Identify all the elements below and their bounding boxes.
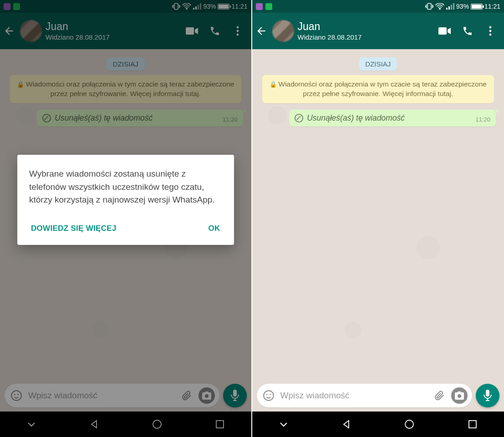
nav-recent[interactable] — [206, 420, 234, 428]
back-button[interactable] — [254, 25, 269, 37]
svg-point-6 — [236, 26, 239, 29]
date-chip: DZISIAJ — [359, 57, 397, 71]
svg-point-27 — [270, 394, 271, 396]
contact-info[interactable]: Juan Widziano 28.08.2017 — [298, 20, 432, 42]
nav-back[interactable] — [81, 420, 108, 429]
screenshot-right: 93% 11:21 Juan Widziano 28.08.2017 DZISI… — [252, 0, 504, 437]
signal-icon — [446, 3, 454, 10]
wifi-icon — [435, 3, 444, 10]
video-call-button[interactable] — [182, 21, 202, 41]
android-nav-bar — [0, 412, 251, 437]
message-time: 11:20 — [475, 116, 490, 123]
svg-rect-16 — [428, 4, 431, 10]
svg-rect-2 — [195, 6, 197, 10]
avatar[interactable] — [272, 20, 294, 42]
nav-home[interactable] — [143, 419, 171, 429]
svg-point-24 — [489, 34, 492, 36]
contact-name: Juan — [298, 20, 432, 33]
more-options-button[interactable] — [228, 21, 248, 41]
status-bar: 93% 11:21 — [252, 0, 504, 13]
avatar[interactable] — [20, 20, 42, 42]
notif-icon-1 — [4, 3, 10, 10]
nav-recent[interactable] — [459, 420, 486, 428]
svg-point-22 — [489, 26, 492, 29]
chat-header: Juan Widziano 28.08.2017 — [252, 13, 504, 49]
dialog-ok-button[interactable]: OK — [206, 220, 222, 237]
svg-rect-13 — [233, 390, 237, 396]
svg-rect-19 — [451, 5, 452, 10]
svg-point-8 — [236, 34, 239, 36]
message-input-container — [257, 384, 473, 407]
attach-icon[interactable] — [432, 390, 447, 401]
svg-rect-17 — [446, 8, 448, 10]
voice-call-button[interactable] — [458, 21, 478, 41]
battery-icon — [471, 4, 483, 10]
android-nav-bar — [252, 412, 504, 437]
message-time: 11:20 — [223, 116, 238, 123]
svg-rect-29 — [486, 390, 489, 396]
deleted-message-text: Usunąłeś(aś) tę wiadomość — [55, 113, 216, 123]
nav-dropdown[interactable] — [18, 422, 45, 427]
message-input[interactable] — [280, 391, 428, 401]
lock-icon: 🔒 — [270, 81, 277, 88]
camera-icon[interactable] — [199, 387, 215, 404]
notif-icon-2 — [265, 3, 272, 10]
svg-point-25 — [264, 391, 274, 401]
svg-point-9 — [11, 391, 21, 401]
wifi-icon — [182, 3, 191, 10]
chat-body: DZISIAJ 🔒Wiadomości oraz połączenia w ty… — [252, 49, 504, 380]
voice-call-button[interactable] — [205, 21, 225, 41]
notif-icon-2 — [13, 3, 20, 10]
message-bubble-deleted[interactable]: Usunąłeś(aś) tę wiadomość 11:20 — [37, 110, 243, 127]
svg-point-14 — [153, 420, 161, 428]
last-seen: Widziano 28.08.2017 — [46, 33, 178, 42]
more-options-button[interactable] — [480, 21, 500, 41]
dialog-learn-more-button[interactable]: DOWIEDZ SIĘ WIĘCEJ — [29, 220, 118, 237]
svg-point-26 — [266, 394, 267, 396]
mic-button[interactable] — [476, 384, 499, 407]
status-time: 11:21 — [231, 3, 247, 10]
mic-button[interactable] — [223, 384, 247, 407]
svg-rect-4 — [200, 3, 201, 10]
svg-rect-0 — [174, 4, 178, 10]
svg-rect-31 — [469, 421, 476, 428]
camera-icon[interactable] — [451, 387, 468, 404]
svg-rect-1 — [193, 8, 194, 10]
svg-point-28 — [458, 394, 461, 398]
battery-percent: 93% — [203, 3, 216, 10]
back-button[interactable] — [2, 25, 16, 37]
video-call-button[interactable] — [435, 21, 455, 41]
input-bar — [0, 380, 251, 412]
deleted-message-text: Usunąłeś(aś) tę wiadomość — [307, 113, 469, 123]
emoji-icon[interactable] — [261, 390, 276, 401]
battery-icon — [218, 4, 229, 10]
message-input-container — [5, 384, 219, 407]
message-bubble-deleted[interactable]: Usunąłeś(aś) tę wiadomość 11:20 — [289, 110, 496, 127]
svg-point-11 — [17, 394, 19, 396]
last-seen: Widziano 28.08.2017 — [298, 33, 432, 42]
notif-icon-1 — [256, 3, 263, 10]
input-bar — [252, 380, 504, 412]
message-input[interactable] — [28, 391, 175, 401]
nav-dropdown[interactable] — [270, 422, 297, 427]
encryption-banner[interactable]: 🔒Wiadomości oraz połączenia w tym czacie… — [262, 75, 494, 103]
svg-rect-15 — [216, 421, 224, 428]
emoji-icon[interactable] — [9, 390, 24, 401]
encryption-text: Wiadomości oraz połączenia w tym czacie … — [26, 80, 234, 97]
status-time: 11:21 — [484, 3, 500, 10]
nav-back[interactable] — [333, 420, 360, 429]
nav-home[interactable] — [396, 419, 423, 429]
signal-icon — [193, 3, 201, 10]
svg-point-10 — [14, 394, 15, 396]
svg-point-7 — [236, 30, 239, 32]
delete-confirmation-dialog: Wybrane wiadomości zostaną usunięte z te… — [17, 155, 234, 245]
encryption-banner[interactable]: 🔒Wiadomości oraz połączenia w tym czacie… — [10, 75, 241, 103]
date-chip: DZISIAJ — [107, 57, 145, 71]
svg-rect-20 — [453, 3, 454, 10]
svg-point-12 — [205, 394, 209, 398]
contact-info[interactable]: Juan Widziano 28.08.2017 — [46, 20, 178, 42]
contact-name: Juan — [46, 20, 178, 33]
vibrate-icon — [172, 3, 180, 10]
screenshot-left: 93% 11:21 Juan Widziano 28.08.2017 DZISI… — [0, 0, 252, 437]
attach-icon[interactable] — [179, 390, 194, 401]
